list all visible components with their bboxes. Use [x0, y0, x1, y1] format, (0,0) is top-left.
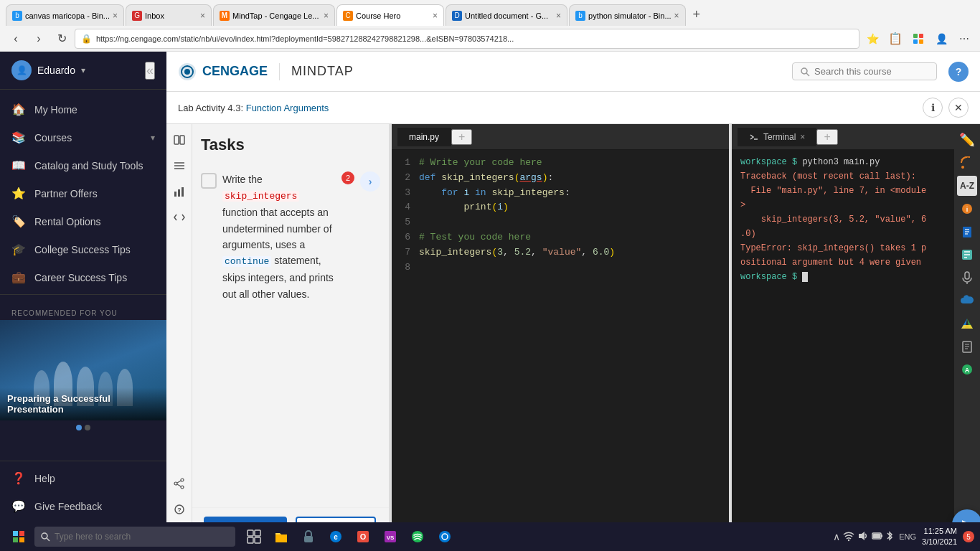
svg-line-8: [806, 73, 809, 76]
sidebar-item-help[interactable]: ❓ Help: [0, 464, 166, 492]
svg-rect-51: [19, 537, 24, 542]
list-view-button[interactable]: [169, 156, 189, 176]
browser-taskbar-button[interactable]: [432, 524, 458, 550]
tasks-panel-wrapper: ? Tasks Write the skip_integers: [166, 124, 389, 551]
taskbar-app-lock[interactable]: [296, 524, 321, 550]
forward-button[interactable]: ›: [29, 29, 49, 49]
bluetooth-icon[interactable]: [886, 530, 893, 544]
breadcrumb-actions: ℹ ✕: [923, 98, 969, 118]
browser-tab-5[interactable]: D Untitled document - G... ×: [446, 4, 567, 26]
browser-tab-bar: b canvas maricopa - Bin... × G Inbox × M…: [0, 0, 980, 26]
user-menu[interactable]: 👤 Eduardo ▾: [11, 60, 85, 80]
share-button[interactable]: [169, 474, 189, 494]
battery-icon[interactable]: [872, 530, 883, 544]
editor-tab-bar: main.py +: [392, 124, 729, 150]
terminal-icon: [749, 132, 759, 142]
code-line-7: 7 skip_integers(3, 5.2, "value", 6.0): [392, 245, 729, 260]
spotify-button[interactable]: [405, 524, 430, 550]
task-expand-button[interactable]: ›: [360, 171, 380, 192]
code-area[interactable]: 1 # Write your code here 2 def skip_inte…: [392, 150, 729, 529]
sidebar-item-career[interactable]: 💼 Career Success Tips: [0, 263, 166, 291]
search-input[interactable]: [814, 66, 929, 77]
term-line-2: Traceback (most recent call last):: [740, 170, 946, 183]
browser-tab-4[interactable]: C Course Hero ×: [336, 4, 444, 26]
terminal-close-icon[interactable]: ×: [800, 132, 805, 142]
browser-tab-1[interactable]: b canvas maricopa - Bin... ×: [6, 4, 124, 26]
svg-rect-57: [255, 537, 260, 543]
new-tab-button[interactable]: +: [687, 7, 707, 22]
up-arrow-icon[interactable]: ∧: [833, 531, 840, 542]
code-view-button[interactable]: [169, 207, 189, 227]
sidebar-item-rental[interactable]: 🏷️ Rental Options: [0, 207, 166, 235]
line-num-3: 3: [397, 186, 410, 201]
recommended-card[interactable]: Preparing a Successful Presentation: [0, 320, 166, 420]
more-button[interactable]: ⋯: [954, 29, 974, 49]
new-editor-tab-button[interactable]: +: [451, 129, 472, 145]
sidebar-item-courses-label: Courses: [34, 132, 72, 143]
term-out-8: ositional argument but 4 were given: [740, 258, 921, 268]
edge-button[interactable]: e: [323, 524, 349, 550]
search-box[interactable]: [792, 62, 937, 80]
question-button[interactable]: ?: [169, 499, 189, 519]
collections-button[interactable]: 📋: [885, 29, 905, 49]
mindtap-label: MINDTAP: [291, 64, 354, 79]
term-line-9: workspace $: [740, 270, 946, 283]
terminal-content[interactable]: workspace $ python3 main.py Traceback (m…: [732, 150, 954, 551]
new-terminal-button[interactable]: +: [816, 129, 837, 145]
doc-button[interactable]: [957, 336, 977, 357]
sidebar-item-feedback[interactable]: 💬 Give Feedback: [0, 492, 166, 520]
address-bar[interactable]: 🔒 https://ng.cengage.com/static/nb/ui/ev…: [75, 29, 859, 49]
sidebar-item-college[interactable]: 🎓 College Success Tips: [0, 235, 166, 263]
editor-tab-main[interactable]: main.py: [397, 128, 451, 146]
sidebar-item-courses[interactable]: 📚 Courses ▾: [0, 123, 166, 151]
blue-book-button[interactable]: [957, 222, 977, 242]
sidebar-item-catalog[interactable]: 📖 Catalog and Study Tools: [0, 151, 166, 179]
sidebar-item-help-label: Help: [34, 473, 55, 484]
close-button[interactable]: ✕: [948, 98, 969, 118]
rec-dot-2[interactable]: [85, 425, 90, 430]
volume-icon[interactable]: [857, 530, 869, 544]
back-button[interactable]: ‹: [6, 29, 26, 49]
browser-tab-6[interactable]: b python simulator - Bin... ×: [569, 4, 686, 26]
svg-rect-9: [174, 136, 179, 144]
vs-button[interactable]: VS: [377, 524, 403, 550]
user-button[interactable]: 👤: [931, 29, 951, 49]
extensions-button[interactable]: [908, 29, 928, 49]
feed-button[interactable]: [957, 153, 977, 173]
sidebar-item-home[interactable]: 🏠 My Home: [0, 95, 166, 123]
reload-button[interactable]: ↻: [52, 29, 72, 49]
browser-tab-3[interactable]: M MindTap - Cengage Le... ×: [213, 4, 335, 26]
pencil-tool-button[interactable]: ✏️: [957, 130, 977, 150]
rec-dot-1[interactable]: [76, 425, 82, 430]
file-explorer-button[interactable]: [268, 524, 294, 550]
browser-tab-2[interactable]: G Inbox ×: [126, 4, 212, 26]
task-checkbox[interactable]: [201, 173, 217, 189]
username: Eduardo: [37, 65, 75, 76]
svg-rect-58: [304, 536, 313, 542]
svg-rect-15: [178, 189, 180, 197]
orange-circle-button[interactable]: i: [957, 199, 977, 219]
help-circle-button[interactable]: ?: [948, 62, 969, 82]
google-drive-button[interactable]: [957, 314, 977, 334]
info-button[interactable]: ℹ: [923, 98, 943, 118]
sidebar-collapse-button[interactable]: «: [145, 62, 155, 80]
taskbar-search-bar[interactable]: [34, 527, 235, 547]
office-button[interactable]: O: [350, 524, 376, 550]
terminal-tab-main[interactable]: Terminal ×: [738, 128, 816, 146]
notification-badge[interactable]: 5: [963, 531, 974, 542]
taskbar-search-input[interactable]: [55, 532, 230, 542]
green-circle-button[interactable]: A: [957, 359, 977, 380]
svg-point-19: [174, 482, 177, 485]
cloud-button[interactable]: [957, 291, 977, 311]
svg-rect-48: [13, 531, 18, 536]
mic-button[interactable]: [957, 268, 977, 288]
az-button[interactable]: A-Z: [957, 176, 977, 196]
pen-tool-button[interactable]: [957, 245, 977, 265]
taskview-button[interactable]: [241, 524, 267, 550]
start-button[interactable]: [6, 525, 32, 548]
chart-view-button[interactable]: [169, 182, 189, 202]
network-icon[interactable]: [843, 530, 854, 544]
sidebar-item-partner[interactable]: ⭐ Partner Offers: [0, 179, 166, 207]
favorites-button[interactable]: ⭐: [862, 29, 882, 49]
book-view-button[interactable]: [169, 130, 189, 150]
